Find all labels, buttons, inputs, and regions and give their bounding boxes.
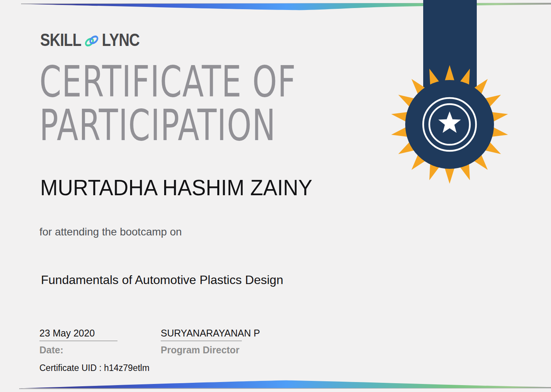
chain-link-icon (83, 34, 100, 48)
subtitle-text: for attending the bootcamp on (39, 226, 182, 238)
recipient-name: MURTADHA HASHIM ZAINY (40, 176, 312, 199)
bottom-gradient-band (21, 381, 551, 389)
signer-name: SURYANARAYANAN P (161, 328, 242, 341)
bottom-border-swoosh (0, 377, 551, 392)
date-block: 23 May 2020 Date: (39, 328, 161, 356)
signer-block: SURYANARAYANAN P Program Director (161, 328, 242, 356)
course-title: Fundamentals of Automotive Plastics Desi… (41, 273, 283, 287)
certificate: SKILL LYNC CERTIFICATE OF PARTICIPATION … (0, 0, 551, 392)
signature-row: 23 May 2020 Date: SURYANARAYANAN P Progr… (39, 328, 242, 356)
brand-logo-left: SKILL (40, 29, 81, 50)
brand-logo: SKILL LYNC (40, 29, 139, 50)
brand-logo-right: LYNC (102, 29, 139, 50)
certificate-title-line2: PARTICIPATION (39, 103, 296, 147)
certificate-title: CERTIFICATE OF PARTICIPATION (39, 60, 296, 147)
certificate-uid: Certificate UID : h14z79etlm (39, 363, 150, 373)
date-label: Date: (39, 345, 161, 356)
signer-title: Program Director (161, 345, 242, 356)
date-value: 23 May 2020 (39, 328, 117, 341)
award-medal (381, 0, 518, 199)
certificate-title-line1: CERTIFICATE OF (39, 60, 296, 103)
